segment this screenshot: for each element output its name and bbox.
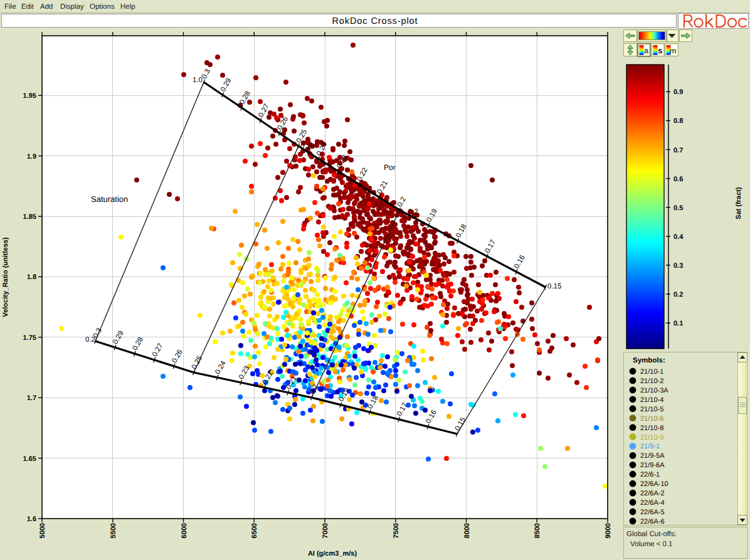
- svg-text:22/6A-4: 22/6A-4: [640, 499, 665, 507]
- svg-text:1.0: 1.0: [193, 77, 203, 84]
- svg-text:21/10-8: 21/10-8: [640, 425, 663, 432]
- svg-text:Volume < 0.1: Volume < 0.1: [630, 541, 672, 548]
- svg-text:Add: Add: [40, 3, 53, 11]
- svg-text:0.2: 0.2: [408, 208, 418, 216]
- svg-text:1.7: 1.7: [27, 394, 36, 402]
- svg-text:1.8: 1.8: [27, 273, 36, 281]
- svg-text:Edit: Edit: [21, 3, 34, 11]
- svg-text:21/9-6A: 21/9-6A: [640, 462, 665, 469]
- svg-text:0.15: 0.15: [547, 283, 561, 290]
- svg-text:0.5: 0.5: [673, 204, 683, 212]
- svg-text:7500: 7500: [393, 523, 400, 538]
- svg-text:8000: 8000: [463, 523, 471, 538]
- svg-text:Global Cut-offs:: Global Cut-offs:: [626, 531, 677, 538]
- svg-text:File: File: [4, 3, 16, 11]
- svg-text:22/6A-10: 22/6A-10: [640, 480, 668, 488]
- svg-text:1.6: 1.6: [27, 515, 36, 523]
- svg-text:22/6A-6: 22/6A-6: [640, 518, 665, 526]
- svg-text:21/10-4: 21/10-4: [640, 396, 663, 404]
- svg-text:1.65: 1.65: [23, 455, 36, 463]
- svg-text:Velocity_Ratio (unitless): Velocity_Ratio (unitless): [2, 237, 9, 317]
- svg-text:9000: 9000: [605, 523, 612, 538]
- svg-text:7000: 7000: [322, 523, 329, 538]
- svg-text:21/9-1: 21/9-1: [640, 443, 660, 450]
- svg-text:Por: Por: [384, 163, 396, 172]
- svg-text:0.2: 0.2: [673, 291, 683, 298]
- svg-text:21/10-1: 21/10-1: [640, 368, 663, 376]
- svg-text:8500: 8500: [534, 523, 541, 538]
- svg-text:22/6A-5: 22/6A-5: [640, 509, 665, 516]
- svg-text:0.7: 0.7: [673, 147, 683, 154]
- svg-text:m: m: [670, 46, 677, 55]
- svg-text:21/9-5A: 21/9-5A: [640, 452, 665, 460]
- svg-text:22/6-1: 22/6-1: [640, 471, 660, 478]
- svg-text:5500: 5500: [110, 523, 117, 538]
- svg-text:6000: 6000: [181, 523, 188, 538]
- svg-text:21/10-9: 21/10-9: [640, 434, 663, 441]
- svg-text:21/10-6: 21/10-6: [640, 415, 663, 423]
- svg-text:0.8: 0.8: [673, 117, 683, 125]
- svg-text:Options: Options: [90, 3, 115, 11]
- svg-text:AI (g/cm3_m/s): AI (g/cm3_m/s): [308, 550, 357, 557]
- svg-text:a: a: [644, 46, 649, 55]
- svg-text:Symbols:: Symbols:: [633, 357, 665, 364]
- svg-text:0.1: 0.1: [673, 320, 683, 327]
- svg-text:22/6A-2: 22/6A-2: [640, 490, 665, 497]
- svg-text:21/10-3A: 21/10-3A: [640, 387, 668, 394]
- svg-text:1.75: 1.75: [23, 334, 36, 342]
- svg-text:0.3: 0.3: [673, 262, 683, 270]
- svg-text:21/10-2: 21/10-2: [640, 378, 663, 385]
- svg-text:0.6: 0.6: [673, 176, 683, 183]
- svg-text:RokDoc Cross-plot: RokDoc Cross-plot: [332, 16, 418, 26]
- svg-text:0.25: 0.25: [300, 143, 314, 151]
- svg-text:s: s: [658, 46, 662, 55]
- svg-text:6500: 6500: [251, 523, 258, 538]
- svg-text:5000: 5000: [39, 523, 46, 538]
- svg-text:21/10-5: 21/10-5: [640, 406, 663, 413]
- svg-text:Sat (fract): Sat (fract): [735, 187, 742, 219]
- svg-text:1.95: 1.95: [23, 92, 36, 100]
- svg-text:1.9: 1.9: [27, 153, 36, 161]
- svg-text:1.85: 1.85: [23, 213, 36, 221]
- svg-text:0.9: 0.9: [673, 88, 683, 96]
- svg-text:Saturation: Saturation: [91, 194, 128, 204]
- svg-text:0.2: 0.2: [85, 336, 95, 344]
- svg-text:0.4: 0.4: [673, 233, 684, 241]
- svg-text:Help: Help: [120, 3, 135, 11]
- svg-text:Display: Display: [60, 3, 84, 11]
